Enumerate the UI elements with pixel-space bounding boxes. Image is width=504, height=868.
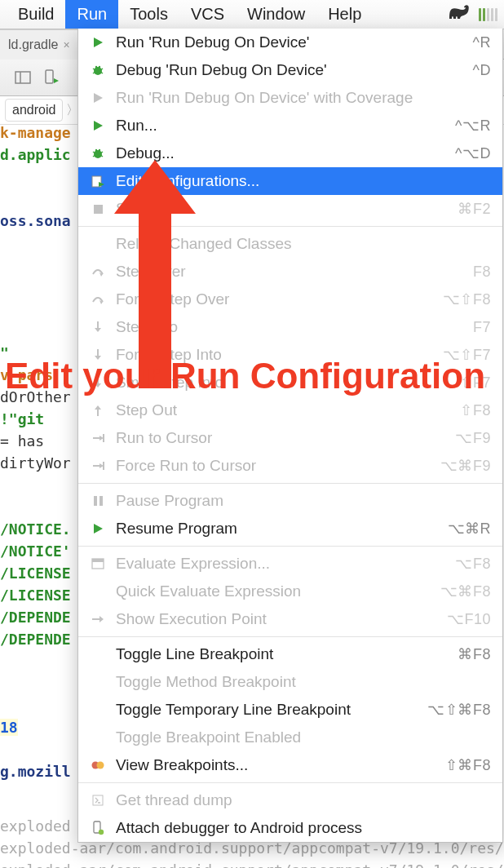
menu-item-label: Stop (116, 200, 451, 218)
svg-rect-44 (92, 559, 104, 562)
menu-item-label: Pause Program (116, 492, 491, 510)
menu-item-label: Step Over (116, 263, 466, 281)
menu-item-label: View Breakpoints... (116, 756, 439, 774)
menu-item-label: Step Into (116, 318, 466, 336)
svg-rect-23 (94, 205, 103, 214)
menu-item-shortcut: ^D (466, 62, 491, 79)
menu-separator (78, 636, 502, 637)
edit-config-icon (88, 175, 108, 188)
menu-build[interactable]: Build (7, 0, 65, 29)
menu-item: Show Execution Point⌥F10 (78, 605, 502, 633)
menu-item[interactable]: Toggle Temporary Line Breakpoint⌥⇧⌘F8 (78, 696, 502, 724)
run-to-cursor-icon (88, 432, 108, 444)
menu-item[interactable]: Debug 'Run Debug On Device'^D (78, 56, 502, 84)
svg-point-5 (94, 67, 102, 75)
svg-marker-12 (94, 93, 103, 103)
menu-item: Reload Changed Classes (78, 230, 502, 258)
menu-separator (78, 546, 502, 547)
menu-item-shortcut: ^⌥R (449, 117, 491, 135)
menu-item[interactable]: View Breakpoints...⇧⌘F8 (78, 751, 502, 779)
svg-marker-31 (95, 383, 101, 388)
svg-point-14 (94, 150, 102, 158)
evaluate-icon (88, 558, 108, 569)
menu-item-label: Run 'Run Debug On Device' with Coverage (116, 89, 491, 107)
close-icon[interactable]: × (63, 38, 69, 51)
menu-item: Run 'Run Debug On Device' with Coverage (78, 84, 502, 112)
battery-indicator-icon (474, 8, 497, 21)
menu-item-shortcut: ⌥⇧F7 (436, 346, 491, 364)
svg-rect-40 (94, 496, 97, 506)
menu-item-shortcut: ⇧F8 (453, 401, 491, 419)
menu-separator (78, 483, 502, 484)
menu-item-label: Resume Program (116, 520, 441, 538)
menu-tools[interactable]: Tools (118, 0, 179, 29)
menu-item-shortcut: ⌘F2 (451, 200, 491, 218)
menu-item: Force Run to Cursor⌥⌘F9 (78, 452, 502, 480)
menu-item-shortcut: ⌥F9 (449, 429, 491, 447)
menu-help[interactable]: Help (316, 0, 373, 29)
menu-item[interactable]: Attach debugger to Android process (78, 814, 502, 842)
menu-item-label: Smart Step Into (116, 374, 453, 392)
menu-item-shortcut: ⌥⇧⌘F8 (421, 701, 491, 719)
menu-item-shortcut: ⌥F8 (449, 555, 491, 573)
svg-rect-0 (15, 72, 30, 83)
menu-item-label: Force Step Over (116, 290, 436, 308)
svg-marker-33 (95, 405, 101, 410)
force-step-into-icon (88, 348, 108, 361)
menu-item: Force Step Over⌥⇧F8 (78, 286, 502, 313)
stop-icon (88, 204, 108, 215)
menu-separator (78, 226, 502, 227)
menu-window[interactable]: Window (236, 0, 316, 29)
editor-tab[interactable]: ld.gradle × (0, 29, 79, 60)
menu-item-shortcut: ⌥⇧F8 (436, 290, 491, 308)
svg-point-51 (99, 830, 104, 835)
force-step-over-icon (88, 294, 108, 305)
step-out-icon (88, 404, 108, 417)
menu-item-shortcut: ^R (466, 34, 491, 51)
menu-item-label: Toggle Breakpoint Enabled (116, 728, 491, 746)
play-green-icon (88, 523, 108, 534)
menu-item-shortcut: ⌥F10 (440, 610, 491, 628)
menu-item[interactable]: Run 'Run Debug On Device'^R (78, 29, 502, 56)
menu-item-label: Force Step Into (116, 346, 436, 364)
menu-item: Toggle Breakpoint Enabled (78, 724, 502, 751)
run-dropdown-menu: Run 'Run Debug On Device'^RDebug 'Run De… (77, 29, 503, 843)
menu-item-label: Get thread dump (116, 791, 491, 809)
menu-item[interactable]: Toggle Line Breakpoint⌘F8 (78, 640, 502, 668)
menu-item-shortcut: ⌥⌘F9 (434, 457, 491, 475)
menu-item-label: Reload Changed Classes (116, 235, 491, 253)
svg-marker-4 (94, 38, 103, 47)
menu-vcs[interactable]: VCS (179, 0, 236, 29)
menu-item-shortcut: ⌥⌘F8 (434, 582, 491, 600)
gradle-elephant-icon (449, 4, 474, 25)
menu-item-shortcut: F7 (466, 319, 491, 336)
svg-marker-13 (94, 121, 103, 131)
menu-item-label: Run 'Run Debug On Device' (116, 33, 466, 51)
svg-rect-41 (99, 496, 103, 506)
menu-item[interactable]: Edit Configurations... (78, 167, 502, 195)
menu-item: Step IntoF7 (78, 313, 502, 341)
menu-item: Toggle Method Breakpoint (78, 668, 502, 696)
menu-item-shortcut: F8 (466, 264, 491, 281)
menu-item: Smart Step Into⇧F7 (78, 369, 502, 396)
step-over-icon (88, 266, 108, 277)
menu-item-label: Debug... (116, 144, 449, 162)
menu-item: Step Out⇧F8 (78, 396, 502, 424)
svg-point-11 (99, 66, 100, 68)
menu-item[interactable]: Run...^⌥R (78, 112, 502, 140)
device-run-icon[interactable] (42, 69, 59, 86)
breadcrumb-crumb[interactable]: android (5, 99, 63, 122)
layout-icon[interactable] (15, 69, 31, 86)
menu-item[interactable]: Debug...^⌥D (78, 140, 502, 167)
menu-run[interactable]: Run (65, 0, 118, 29)
menu-item-shortcut: ⌘F8 (451, 645, 491, 663)
menu-item-shortcut: ⌥⌘R (441, 520, 492, 538)
breakpoints-icon (88, 760, 108, 771)
menu-item: Quick Evaluate Expression⌥⌘F8 (78, 578, 502, 605)
menu-item: Get thread dump (78, 786, 502, 814)
menu-item: Run to Cursor⌥F9 (78, 424, 502, 452)
menu-item[interactable]: Resume Program⌥⌘R (78, 515, 502, 542)
system-menubar: Build Run Tools VCS Window Help (0, 0, 504, 29)
menu-item-label: Run... (116, 117, 449, 135)
pause-icon (88, 495, 108, 507)
